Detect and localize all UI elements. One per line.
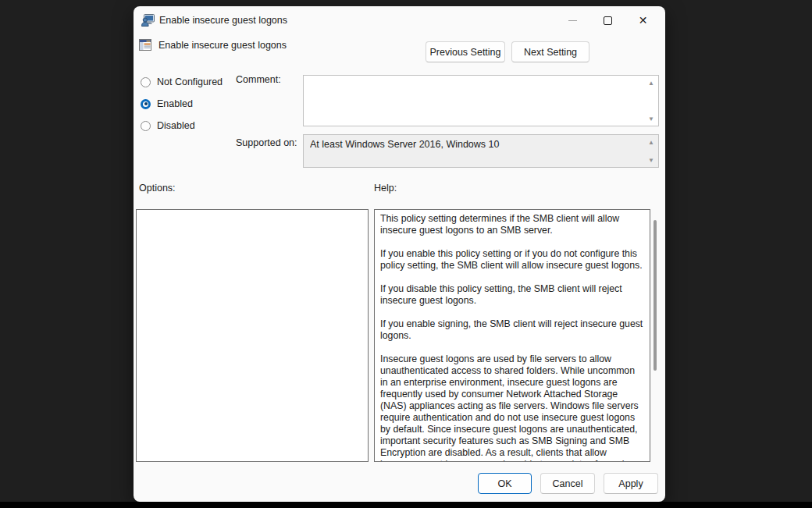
- minimize-icon: [568, 20, 577, 21]
- next-setting-button[interactable]: Next Setting: [511, 41, 589, 62]
- setting-header: Enable insecure guest logons: [139, 39, 287, 52]
- maximize-button[interactable]: [590, 6, 625, 34]
- scroll-up-icon[interactable]: ▲: [646, 78, 657, 87]
- comment-label: Comment:: [236, 74, 281, 85]
- scroll-down-icon[interactable]: ▼: [646, 114, 657, 123]
- supported-on-value: At least Windows Server 2016, Windows 10: [310, 139, 643, 150]
- previous-setting-button[interactable]: Previous Setting: [426, 41, 505, 62]
- maximize-icon: [604, 16, 612, 25]
- radio-label: Not Configured: [157, 76, 223, 87]
- radio-circle-icon: [141, 99, 151, 109]
- radio-enabled[interactable]: Enabled: [141, 98, 193, 110]
- supported-on-textbox[interactable]: At least Windows Server 2016, Windows 10…: [303, 134, 659, 168]
- options-label: Options:: [139, 183, 176, 194]
- options-panel[interactable]: [136, 209, 369, 462]
- help-paragraph: If you enable this policy setting or if …: [380, 248, 644, 272]
- policy-setting-icon: [139, 39, 152, 52]
- window-title: Enable insecure guest logons: [159, 15, 287, 26]
- help-text: This policy setting determines if the SM…: [375, 210, 650, 461]
- policy-app-icon: [141, 14, 155, 27]
- help-paragraph: Insecure guest logons are used by file s…: [380, 353, 644, 461]
- help-scrollbar[interactable]: [654, 220, 657, 371]
- help-paragraph: If you disable this policy setting, the …: [380, 283, 644, 307]
- radio-label: Disabled: [157, 120, 195, 131]
- radio-disabled[interactable]: Disabled: [141, 119, 195, 132]
- close-icon: ✕: [639, 15, 648, 26]
- minimize-button[interactable]: [555, 6, 590, 34]
- screen-bottom-edge: [0, 502, 812, 508]
- help-panel[interactable]: This policy setting determines if the SM…: [374, 209, 650, 462]
- help-paragraph: This policy setting determines if the SM…: [380, 213, 644, 236]
- apply-button[interactable]: Apply: [604, 473, 658, 494]
- help-paragraph: If you enable signing, the SMB client wi…: [380, 318, 644, 342]
- policy-setting-dialog: Enable insecure guest logons ✕ Enable in…: [134, 6, 665, 502]
- radio-not-configured[interactable]: Not Configured: [141, 76, 223, 88]
- supported-on-label: Supported on:: [236, 137, 297, 148]
- help-label: Help:: [374, 183, 397, 194]
- comment-textbox[interactable]: ▲ ▼: [303, 75, 659, 126]
- radio-label: Enabled: [157, 98, 193, 109]
- cancel-button[interactable]: Cancel: [540, 473, 595, 494]
- radio-circle-icon: [141, 121, 151, 131]
- ok-button[interactable]: OK: [478, 473, 532, 494]
- caption-buttons: ✕: [555, 6, 661, 34]
- setting-name: Enable insecure guest logons: [158, 40, 287, 51]
- close-button[interactable]: ✕: [625, 6, 661, 34]
- scroll-up-icon[interactable]: ▲: [646, 137, 657, 147]
- radio-circle-icon: [141, 77, 151, 87]
- scroll-down-icon[interactable]: ▼: [646, 155, 657, 165]
